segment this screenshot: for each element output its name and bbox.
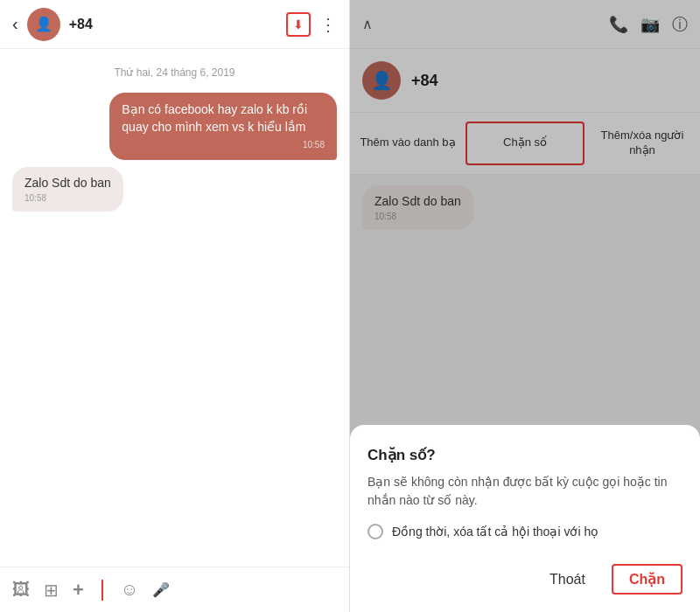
gallery-button[interactable]: ⊞: [44, 580, 59, 601]
bottom-toolbar: 🖼 ⊞ + ☺ 🎤: [0, 567, 349, 612]
download-icon-button[interactable]: ⬇: [286, 12, 311, 37]
dialog-option-row: Đồng thời, xóa tất cả hội thoại với họ: [368, 524, 682, 539]
block-dialog: Chặn số? Bạn sẽ không còn nhận được bất …: [350, 425, 700, 612]
message-text: Bạn có facebook hay zalo k kb rồi quay c…: [122, 102, 307, 134]
confirm-block-button[interactable]: Chặn: [612, 564, 682, 595]
avatar: 👤: [27, 8, 60, 41]
emoji-button[interactable]: ☺: [121, 580, 138, 600]
dialog-title: Chặn số?: [368, 446, 682, 464]
image-button[interactable]: 🖼: [12, 580, 30, 600]
dialog-actions: Thoát Chặn: [368, 557, 682, 595]
header-icons: ⬇ ⋮: [286, 12, 337, 37]
left-header: ‹ 👤 +84 ⬇ ⋮: [0, 0, 349, 49]
right-panel: ∧ 📞 📷 ⓘ 👤 +84 Thêm vào danh bạ Chặn số T…: [350, 0, 700, 612]
message-time: 10:58: [24, 193, 111, 203]
messages-area: Thứ hai, 24 tháng 6, 2019 Bạn có faceboo…: [0, 49, 349, 567]
message-time: 10:58: [122, 139, 325, 151]
date-separator: Thứ hai, 24 tháng 6, 2019: [12, 56, 337, 86]
dialog-description: Bạn sẽ không còn nhận được bất kỳ cuộc g…: [368, 473, 682, 510]
download-icon: ⬇: [293, 17, 304, 31]
contact-name: +84: [69, 17, 286, 32]
voice-button[interactable]: 🎤: [152, 581, 170, 598]
more-options-button[interactable]: ⋮: [319, 14, 337, 35]
plus-button[interactable]: +: [73, 579, 84, 602]
cancel-button[interactable]: Thoát: [541, 564, 594, 595]
back-button[interactable]: ‹: [12, 14, 18, 34]
toolbar-separator: [102, 580, 103, 601]
message-text: Zalo Sdt do ban: [24, 176, 111, 190]
avatar-icon: 👤: [35, 16, 52, 32]
option-label: Đồng thời, xóa tất cả hội thoại với họ: [392, 525, 598, 539]
left-panel: ‹ 👤 +84 ⬇ ⋮ Thứ hai, 24 tháng 6, 2019 Bạ…: [0, 0, 350, 612]
message-sent-1: Bạn có facebook hay zalo k kb rồi quay c…: [109, 93, 337, 160]
dialog-overlay: Chặn số? Bạn sẽ không còn nhận được bất …: [350, 0, 700, 612]
radio-button[interactable]: [368, 524, 383, 539]
message-received-1: Zalo Sdt do ban 10:58: [12, 167, 123, 212]
